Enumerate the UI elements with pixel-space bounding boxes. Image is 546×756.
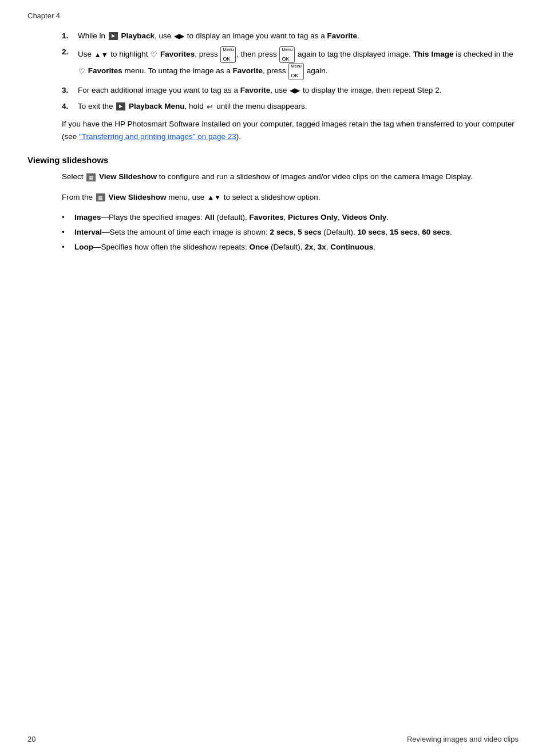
updown-icon-2: ▲▼: [207, 192, 221, 203]
hp-paragraph: If you have the HP Photosmart Software i…: [62, 118, 519, 143]
step-3: 3. For each additional image you want to…: [62, 85, 519, 96]
step-1-content: While in Playback, use ◀▶ to display an …: [78, 30, 519, 42]
images-bold: Images: [74, 213, 101, 221]
bullet-dot-2: •: [62, 227, 72, 238]
step-3-num: 3.: [62, 85, 74, 96]
step-2-content: Use ▲▼ to highlight ♡ Favorites, press M…: [78, 46, 519, 80]
bullet-dot-3: •: [62, 242, 72, 253]
loop-bold: Loop: [74, 243, 93, 251]
15secs-bold: 15 secs: [390, 228, 418, 236]
favorite-bold-4: Favorite: [232, 67, 263, 76]
back-icon: ↩: [207, 101, 213, 113]
favorites-bold-3: Favorites: [88, 67, 122, 76]
2secs-bold: 2 secs: [270, 228, 293, 236]
updown-icon-1: ▲▼: [94, 50, 108, 60]
playback-icon: [109, 32, 118, 40]
step-1: 1. While in Playback, use ◀▶ to display …: [62, 30, 519, 42]
favorites-bold-2: Favorites: [160, 50, 195, 58]
videos-only-bold: Videos Only: [342, 213, 387, 221]
bullet-loop-content: Loop—Specifies how often the slideshow r…: [74, 242, 519, 253]
step-1-num: 1.: [62, 30, 74, 42]
step-3-content: For each additional image you want to ta…: [78, 85, 519, 96]
bullet-dot-1: •: [62, 212, 72, 223]
step-2: 2. Use ▲▼ to highlight ♡ Favorites, pres…: [62, 46, 519, 80]
pictures-only-bold: Pictures Only: [288, 213, 338, 221]
3x-bold: 3x: [318, 243, 326, 251]
playback-label: Playback: [121, 31, 155, 40]
playback-menu-bold: Playback Menu: [129, 102, 185, 110]
5secs-bold: 5 secs: [298, 228, 321, 236]
interval-bold: Interval: [74, 228, 102, 236]
chapter-label: Chapter 4: [27, 11, 519, 20]
menu-ok-icon-1: MenuOK: [220, 46, 236, 63]
menu-ok-icon-3: MenuOK: [288, 63, 304, 80]
once-bold: Once: [249, 243, 268, 251]
transferring-link[interactable]: "Transferring and printing images" on pa…: [79, 132, 236, 141]
all-bold: All: [204, 213, 214, 221]
continuous-bold: Continuous: [330, 243, 373, 251]
favorite-bold-1: Favorite: [327, 31, 358, 40]
lr-icon: ◀▶: [174, 31, 184, 41]
this-image-bold: This Image: [413, 50, 454, 58]
step-4-num: 4.: [62, 101, 74, 112]
heart-icon-1: ♡: [151, 49, 157, 61]
page-number: 20: [27, 735, 35, 743]
favorite-bold-5: Favorite: [240, 86, 271, 94]
slideshow-para-1: Select View Slideshow to configure and r…: [62, 171, 519, 183]
step-4: 4. To exit the Playback Menu, hold ↩ unt…: [62, 101, 519, 112]
footer: 20 Reviewing images and video clips: [27, 735, 519, 743]
viewslide-icon-2: [96, 193, 105, 201]
numbered-list: 1. While in Playback, use ◀▶ to display …: [62, 30, 519, 112]
view-slideshow-bold-1: View Slideshow: [99, 172, 157, 181]
view-slideshow-bold-2: View Slideshow: [109, 193, 167, 201]
step-2-num: 2.: [62, 46, 74, 58]
footer-text: Reviewing images and video clips: [407, 735, 519, 743]
paragraph-after-link: ).: [236, 132, 241, 141]
playback-icon-2: [116, 102, 125, 110]
10secs-bold: 10 secs: [358, 228, 386, 236]
favorites-bold-bullet: Favorites: [249, 213, 283, 221]
step-4-content: To exit the Playback Menu, hold ↩ until …: [78, 101, 519, 112]
viewslide-icon-1: [86, 173, 96, 181]
bullet-interval: • Interval—Sets the amount of time each …: [62, 227, 519, 238]
bullet-interval-content: Interval—Sets the amount of time each im…: [74, 227, 519, 238]
menu-ok-icon-2: MenuOK: [279, 46, 295, 63]
bullet-loop: • Loop—Specifies how often the slideshow…: [62, 242, 519, 253]
bullet-list: • Images—Plays the specified images: All…: [62, 212, 519, 254]
60secs-bold: 60 secs: [422, 228, 450, 236]
heart-icon-2: ♡: [78, 66, 85, 77]
2x-bold: 2x: [304, 243, 313, 251]
slideshow-para-2: From the View Slideshow menu, use ▲▼ to …: [62, 191, 519, 204]
lr-icon-2: ◀▶: [290, 85, 300, 96]
bullet-images-content: Images—Plays the specified images: All (…: [74, 212, 519, 223]
viewing-slideshows-heading: Viewing slideshows: [27, 155, 519, 165]
bullet-images: • Images—Plays the specified images: All…: [62, 212, 519, 223]
